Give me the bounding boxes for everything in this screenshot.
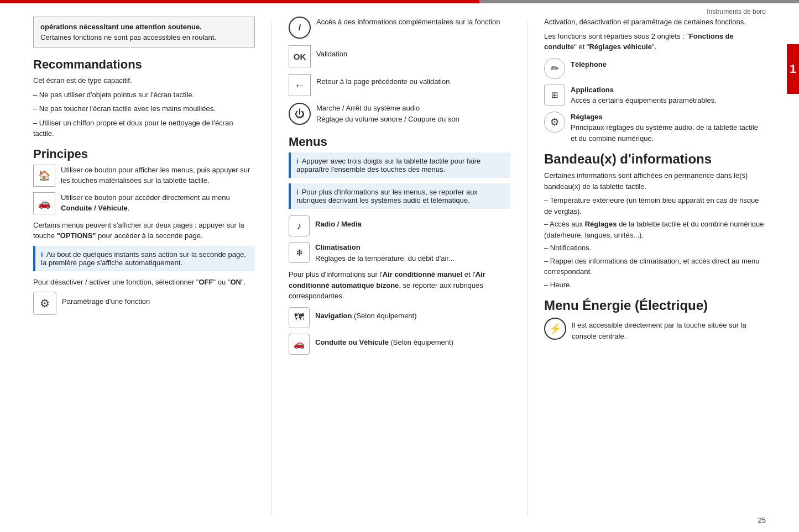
- validation-text: Validation: [316, 45, 347, 58]
- page-number: 25: [758, 516, 766, 524]
- principes-info-text: Au bout de quelques instants sans action…: [41, 250, 246, 267]
- climatisation-text: Climatisation Réglages de la température…: [315, 242, 455, 264]
- page-header-text: Instruments de bord: [707, 8, 766, 15]
- bandeau-item-1: – Accès aux Réglages de la tablette tact…: [544, 219, 766, 240]
- off-on-text: Pour désactiver / activer une fonction, …: [33, 277, 255, 288]
- bandeau-item-3: – Rappel des informations de climatisati…: [544, 256, 766, 277]
- principes-options-bold: "OPTIONS": [57, 231, 96, 240]
- marche-arret-text: Marche / Arrêt du système audio Réglage …: [316, 103, 459, 124]
- menu-energie-title: Menu Énergie (Électrique): [544, 298, 766, 313]
- principes-item3-text: Certains menus peuvent s'afficher sur de…: [33, 220, 255, 241]
- power-row: ⏻ Marche / Arrêt du système audio Réglag…: [289, 103, 510, 125]
- conduite-text: Conduite ou Véhicule (Selon équipement): [315, 334, 453, 348]
- main-content: opérations nécessitant une attention sou…: [33, 17, 766, 515]
- telephone-text: Téléphone: [571, 58, 607, 69]
- col3-fonctions: Les fonctions sont réparties sous 2 ongl…: [544, 31, 766, 52]
- top-bar: [0, 0, 799, 3]
- bandeau-item-0: – Température extérieure (un témoin bleu…: [544, 195, 766, 217]
- principes-item1-text: Utiliser ce bouton pour afficher les men…: [61, 165, 255, 186]
- bandeau-intro: Certaines informations sont affichées en…: [544, 170, 766, 192]
- radio-media-text: Radio / Media: [315, 215, 362, 230]
- principes-item3-post: pour accéder à la seconde page.: [96, 231, 203, 240]
- telephone-row: ✏ Téléphone: [544, 58, 766, 79]
- conduite-icon: 🚗: [289, 334, 310, 355]
- divider-2: [527, 22, 528, 515]
- back-row: ← Retour à la page précédente ou validat…: [289, 74, 510, 96]
- principes-item2-row: 🚗 Utiliser ce bouton pour accéder direct…: [33, 192, 255, 214]
- red-tab-label: 1: [790, 62, 796, 76]
- recommandations-title: Recommandations: [33, 57, 255, 72]
- applications-row: ⊞ Applications Accès à certains équipeme…: [544, 85, 766, 106]
- home-icon: 🏠: [33, 165, 55, 187]
- principes-item2-post: .: [128, 204, 130, 212]
- energie-icon: ⚡: [544, 318, 566, 340]
- principes-title: Principes: [33, 147, 255, 161]
- conduite-row: 🚗 Conduite ou Véhicule (Selon équipement…: [289, 334, 510, 355]
- telephone-icon: ✏: [544, 58, 565, 79]
- warning-box: opérations nécessitant une attention sou…: [33, 17, 255, 48]
- back-arrow-icon: ←: [289, 74, 311, 96]
- warning-title: opérations nécessitant une attention sou…: [40, 23, 248, 31]
- acces-info-text: Accès à des informations complémentaires…: [316, 17, 500, 28]
- radio-media-row: ♪ Radio / Media: [289, 215, 510, 236]
- reglages-icon: ⚙: [544, 112, 565, 133]
- reglages-row: ⚙ Réglages Principaux réglages du systèm…: [544, 112, 766, 144]
- principes-info-box: iAu bout de quelques instants sans actio…: [33, 246, 255, 271]
- menus-info1: iAppuyer avec trois doigts sur la tablet…: [289, 152, 510, 178]
- warning-body: Certaines fonctions ne sont pas accessib…: [40, 33, 248, 41]
- column-1: opérations nécessitant une attention sou…: [33, 17, 255, 515]
- parametrage-text: Paramétrage d'une fonction: [62, 292, 150, 307]
- col3-intro: Activation, désactivation et paramétrage…: [544, 17, 766, 28]
- parametrage-row: ⚙ Paramétrage d'une fonction: [33, 292, 255, 315]
- navigation-row: 🗺 Navigation (Selon équipement): [289, 307, 510, 328]
- menus-info2: iPour plus d'informations sur les menus,…: [289, 183, 510, 209]
- menus-title: Menus: [289, 135, 510, 149]
- ok-row: OK Validation: [289, 45, 510, 67]
- recommandations-text4: – Utiliser un chiffon propre et doux pou…: [33, 118, 255, 139]
- column-2: i Accès à des informations complémentair…: [289, 17, 510, 515]
- air-conditionne-text: Pour plus d'informations sur l'Air condi…: [289, 269, 510, 302]
- ok-icon: OK: [289, 45, 311, 67]
- bandeau-item-4: – Heure.: [544, 280, 766, 291]
- menu-energie-text: Il est accessible directement par la tou…: [572, 318, 766, 341]
- info-icon: i: [41, 250, 43, 259]
- car-icon: 🚗: [33, 192, 55, 214]
- applications-text: Applications Accès à certains équipement…: [571, 85, 717, 106]
- principes-item2-text: Utiliser ce bouton pour accéder directem…: [61, 192, 255, 214]
- radio-icon: ♪: [289, 215, 310, 236]
- navigation-text: Navigation (Selon équipement): [315, 307, 417, 322]
- info-icon-menus1: i: [296, 157, 299, 165]
- bandeau-item-2: – Notifications.: [544, 243, 766, 254]
- climatisation-row: ❄ Climatisation Réglages de la températu…: [289, 242, 510, 264]
- principes-item2-bold: Conduite / Véhicule: [61, 204, 128, 212]
- recommandations-text3: – Ne pas toucher l'écran tactile avec le…: [33, 103, 255, 114]
- recommandations-text2: – Ne pas utiliser d'objets pointus sur l…: [33, 89, 255, 101]
- retour-text: Retour à la page précédente ou validatio…: [316, 74, 450, 87]
- recommandations-text1: Cet écran est de type capacitif.: [33, 75, 255, 86]
- page-header: Instruments de bord: [707, 8, 766, 15]
- climatisation-icon: ❄: [289, 242, 310, 263]
- info-icon-menus2: i: [296, 188, 299, 196]
- divider-1: [271, 22, 272, 515]
- column-3: Activation, désactivation et paramétrage…: [544, 17, 766, 515]
- principes-item2-pre: Utiliser ce bouton pour accéder directem…: [61, 193, 230, 202]
- red-tab: 1: [787, 44, 799, 94]
- acces-info-row: i Accès à des informations complémentair…: [289, 17, 510, 39]
- info-circle-icon: i: [289, 17, 311, 39]
- reglages-text: Réglages Principaux réglages du système …: [571, 112, 766, 144]
- applications-icon: ⊞: [544, 85, 565, 106]
- gear-icon: ⚙: [33, 292, 56, 315]
- bandeau-title: Bandeau(x) d'informations: [544, 151, 766, 167]
- menu-energie-row: ⚡ Il est accessible directement par la t…: [544, 318, 766, 341]
- navigation-icon: 🗺: [289, 307, 310, 328]
- principes-item1-row: 🏠 Utiliser ce bouton pour afficher les m…: [33, 165, 255, 187]
- power-icon: ⏻: [289, 103, 311, 125]
